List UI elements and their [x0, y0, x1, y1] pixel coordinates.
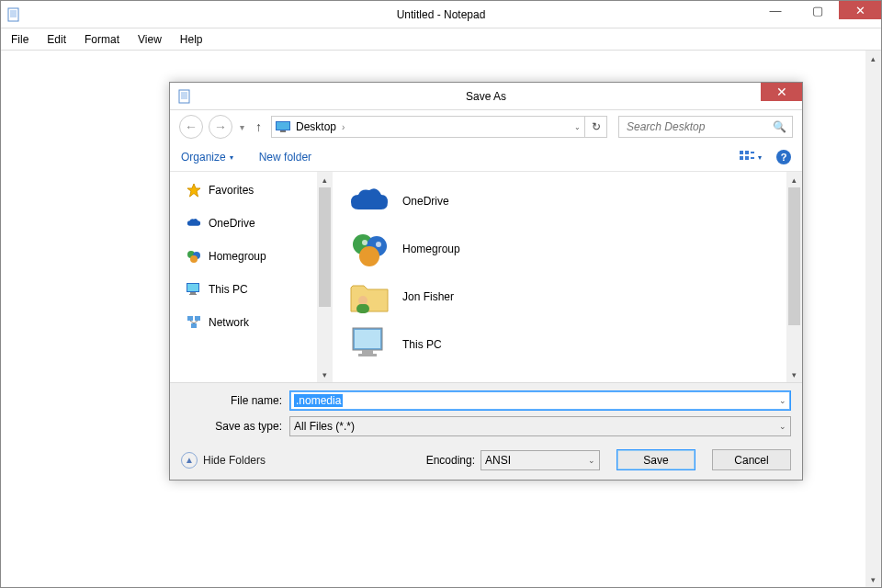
breadcrumb-location[interactable]: Desktop: [296, 120, 336, 133]
file-list-scrollbar[interactable]: ▴ ▾: [786, 172, 802, 382]
sidebar-item-onedrive[interactable]: OneDrive: [170, 210, 317, 236]
this-pc-icon: [349, 324, 390, 365]
view-dropdown-icon: ▾: [758, 153, 762, 162]
sidebar-item-favorites[interactable]: Favorites: [170, 177, 317, 203]
nav-pane-scrollbar[interactable]: ▴ ▾: [317, 172, 333, 382]
scrollbar-thumb[interactable]: [319, 187, 331, 307]
dialog-notepad-icon: [177, 89, 192, 104]
breadcrumb-dropdown-icon[interactable]: ⌄: [574, 123, 581, 131]
save-button[interactable]: Save: [616, 449, 695, 470]
scroll-up-icon[interactable]: ▴: [317, 172, 333, 187]
menu-edit[interactable]: Edit: [38, 29, 75, 50]
filename-input[interactable]: .nomedia ⌄: [289, 390, 791, 411]
svg-rect-26: [189, 294, 197, 295]
svg-point-37: [358, 296, 368, 305]
encoding-label: Encoding:: [426, 454, 475, 467]
search-icon: 🔍: [773, 120, 786, 133]
file-item-user-folder[interactable]: Jon Fisher: [333, 273, 786, 321]
file-item-onedrive[interactable]: OneDrive: [333, 177, 786, 225]
dialog-title: Save As: [466, 90, 506, 103]
svg-rect-13: [740, 151, 743, 154]
svg-point-35: [362, 240, 368, 245]
svg-rect-17: [751, 152, 754, 153]
help-button[interactable]: ?: [776, 150, 791, 164]
svg-rect-41: [362, 350, 373, 354]
svg-rect-16: [745, 156, 749, 160]
maximize-button[interactable]: ▢: [797, 1, 839, 19]
save-as-dialog: Save As ✕ ← → ▾ ↑ Desktop › ⌄ ↻ 🔍: [169, 82, 803, 481]
menu-help[interactable]: Help: [171, 29, 212, 50]
cancel-button[interactable]: Cancel: [712, 449, 791, 470]
menu-view[interactable]: View: [129, 29, 171, 50]
scroll-down-icon[interactable]: ▾: [865, 571, 881, 587]
star-icon: [187, 183, 201, 198]
svg-rect-28: [195, 316, 200, 321]
dialog-bottom-panel: File name: .nomedia ⌄ Save as type: All …: [170, 383, 802, 480]
scrollbar-thumb[interactable]: [788, 187, 800, 325]
sidebar-item-label: OneDrive: [209, 217, 255, 230]
window-title: Untitled - Notepad: [397, 8, 486, 21]
dropdown-icon[interactable]: ⌄: [779, 396, 786, 405]
view-icon: [740, 151, 754, 164]
svg-rect-25: [190, 292, 196, 294]
file-list[interactable]: OneDrive Homegroup Jon Fisher: [333, 172, 786, 382]
view-options-button[interactable]: ▾: [740, 151, 762, 164]
onedrive-icon: [187, 216, 201, 231]
organize-button[interactable]: Organize ▾: [181, 151, 233, 164]
refresh-button[interactable]: ↻: [585, 116, 607, 138]
file-item-homegroup[interactable]: Homegroup: [333, 225, 786, 273]
desktop-icon: [276, 121, 290, 132]
sidebar-item-this-pc[interactable]: This PC: [170, 277, 317, 302]
scroll-up-icon[interactable]: ▴: [865, 51, 881, 66]
recent-locations-button[interactable]: ▾: [238, 122, 246, 132]
dropdown-icon[interactable]: ⌄: [588, 456, 595, 465]
address-bar[interactable]: Desktop › ⌄: [271, 116, 585, 138]
svg-rect-11: [277, 122, 289, 130]
filename-value: .nomedia: [294, 394, 343, 407]
scroll-down-icon[interactable]: ▾: [317, 367, 333, 382]
sidebar-item-network[interactable]: Network: [170, 310, 317, 335]
dropdown-icon[interactable]: ⌄: [779, 422, 786, 431]
menu-file[interactable]: File: [2, 29, 38, 50]
dialog-close-button[interactable]: ✕: [761, 83, 802, 101]
search-box[interactable]: 🔍: [618, 116, 793, 138]
menu-format[interactable]: Format: [75, 29, 129, 50]
user-folder-icon: [349, 277, 390, 317]
encoding-select[interactable]: ANSI ⌄: [481, 450, 600, 470]
svg-rect-29: [191, 323, 197, 328]
minimize-button[interactable]: —: [754, 1, 797, 19]
scroll-up-icon[interactable]: ▴: [786, 172, 802, 187]
save-as-type-select[interactable]: All Files (*.*) ⌄: [289, 416, 791, 436]
close-button[interactable]: ✕: [839, 1, 881, 19]
sidebar-item-homegroup[interactable]: Homegroup: [170, 243, 317, 269]
save-as-type-value: All Files (*.*): [294, 420, 355, 433]
toolbar: Organize ▾ New folder ▾ ?: [170, 143, 802, 171]
this-pc-icon: [187, 282, 201, 297]
dialog-titlebar: Save As ✕: [170, 83, 802, 110]
new-folder-button[interactable]: New folder: [259, 151, 311, 164]
homegroup-icon: [349, 229, 390, 269]
file-item-label: OneDrive: [402, 195, 449, 208]
onedrive-icon: [349, 181, 390, 221]
svg-rect-24: [187, 284, 198, 291]
breadcrumb-separator-icon[interactable]: ›: [342, 122, 345, 132]
svg-rect-27: [187, 316, 193, 321]
nav-forward-button[interactable]: →: [209, 115, 232, 139]
filename-label: File name:: [181, 394, 282, 407]
text-area[interactable]: ▴ ▾ Save As ✕ ← → ▾ ↑: [1, 51, 881, 587]
search-input[interactable]: [625, 119, 773, 134]
hide-folders-label: Hide Folders: [203, 454, 266, 467]
text-scrollbar[interactable]: ▴ ▾: [865, 51, 881, 587]
nav-up-button[interactable]: ↑: [252, 119, 266, 134]
organize-label: Organize: [181, 151, 226, 164]
nav-back-button[interactable]: ←: [179, 115, 203, 139]
organize-dropdown-icon: ▾: [230, 153, 233, 162]
svg-rect-40: [355, 330, 380, 348]
window-titlebar: Untitled - Notepad — ▢ ✕: [1, 1, 881, 28]
file-item-label: Homegroup: [402, 243, 460, 255]
scroll-down-icon[interactable]: ▾: [786, 367, 802, 382]
file-item-this-pc[interactable]: This PC: [333, 321, 786, 368]
svg-marker-19: [187, 184, 200, 197]
hide-folders-button[interactable]: ▲ Hide Folders: [181, 452, 266, 469]
file-item-label: This PC: [402, 338, 442, 351]
